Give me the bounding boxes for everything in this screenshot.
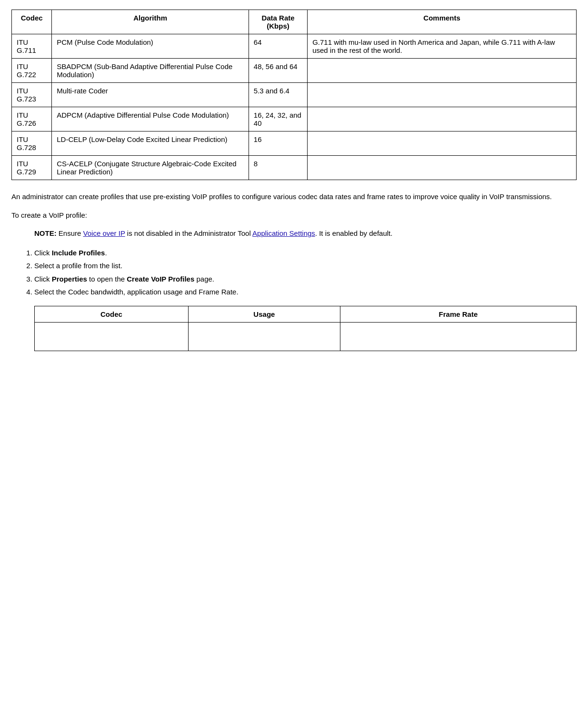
table-row: ITU G.726ADPCM (Adaptive Differential Pu…: [12, 107, 577, 131]
cell-datarate: 8: [249, 156, 307, 180]
cell-comments: [308, 131, 577, 156]
cell-datarate: 48, 56 and 64: [249, 59, 307, 83]
step-item-3: Click Properties to open the Create VoIP…: [34, 273, 577, 285]
cell-algorithm: SBADPCM (Sub-Band Adaptive Differential …: [52, 59, 249, 83]
col-header-datarate: Data Rate(Kbps): [249, 10, 307, 34]
cell-codec: ITU G.722: [12, 59, 52, 83]
bottom-cell-framerate: [340, 322, 576, 351]
cell-algorithm: CS-ACELP (Conjugate Structure Algebraic-…: [52, 156, 249, 180]
table-row: ITU G.729CS-ACELP (Conjugate Structure A…: [12, 156, 577, 180]
codec-table: Codec Algorithm Data Rate(Kbps) Comments…: [11, 10, 577, 180]
col-header-algorithm: Algorithm: [52, 10, 249, 34]
bottom-col-framerate: Frame Rate: [340, 306, 576, 322]
note-text1: Ensure: [57, 229, 83, 237]
cell-algorithm: PCM (Pulse Code Modulation): [52, 34, 249, 59]
intro-paragraph: An administrator can create profiles tha…: [11, 192, 577, 202]
steps-list: Click Include Profiles.Select a profile …: [34, 247, 577, 298]
step-item-4: Select the Codec bandwidth, application …: [34, 286, 577, 298]
cell-comments: G.711 with mu-law used in North America …: [308, 34, 577, 59]
bottom-cell-codec: [35, 322, 189, 351]
bottom-cell-usage: [188, 322, 340, 351]
table-row: ITU G.711PCM (Pulse Code Modulation)64G.…: [12, 34, 577, 59]
col-header-codec: Codec: [12, 10, 52, 34]
note-label: NOTE:: [34, 229, 57, 237]
cell-codec: ITU G.728: [12, 131, 52, 156]
application-settings-link[interactable]: Application Settings: [252, 229, 315, 237]
table-row: [35, 322, 577, 351]
cell-datarate: 16, 24, 32, and 40: [249, 107, 307, 131]
step-item-2: Select a profile from the list.: [34, 260, 577, 272]
cell-datarate: 64: [249, 34, 307, 59]
cell-algorithm: LD-CELP (Low-Delay Code Excited Linear P…: [52, 131, 249, 156]
cell-codec: ITU G.726: [12, 107, 52, 131]
step-item-1: Click Include Profiles.: [34, 247, 577, 259]
cell-comments: [308, 107, 577, 131]
cell-comments: [308, 156, 577, 180]
cell-codec: ITU G.723: [12, 83, 52, 107]
cell-comments: [308, 59, 577, 83]
instruction-intro: To create a VoIP profile:: [11, 210, 577, 221]
note-text2: is not disabled in the Administrator Too…: [125, 229, 252, 237]
table-row: ITU G.728LD-CELP (Low-Delay Code Excited…: [12, 131, 577, 156]
table-row: ITU G.722SBADPCM (Sub-Band Adaptive Diff…: [12, 59, 577, 83]
col-header-comments: Comments: [308, 10, 577, 34]
cell-algorithm: Multi-rate Coder: [52, 83, 249, 107]
note-block: NOTE: Ensure Voice over IP is not disabl…: [34, 228, 577, 239]
cell-algorithm: ADPCM (Adaptive Differential Pulse Code …: [52, 107, 249, 131]
voip-profiles-table: Codec Usage Frame Rate: [34, 306, 577, 351]
bottom-col-usage: Usage: [188, 306, 340, 322]
cell-codec: ITU G.711: [12, 34, 52, 59]
cell-comments: [308, 83, 577, 107]
table-row: ITU G.723Multi-rate Coder5.3 and 6.4: [12, 83, 577, 107]
note-text3: . It is enabled by default.: [315, 229, 393, 237]
voice-over-ip-link[interactable]: Voice over IP: [83, 229, 125, 237]
bottom-col-codec: Codec: [35, 306, 189, 322]
cell-datarate: 5.3 and 6.4: [249, 83, 307, 107]
cell-codec: ITU G.729: [12, 156, 52, 180]
cell-datarate: 16: [249, 131, 307, 156]
